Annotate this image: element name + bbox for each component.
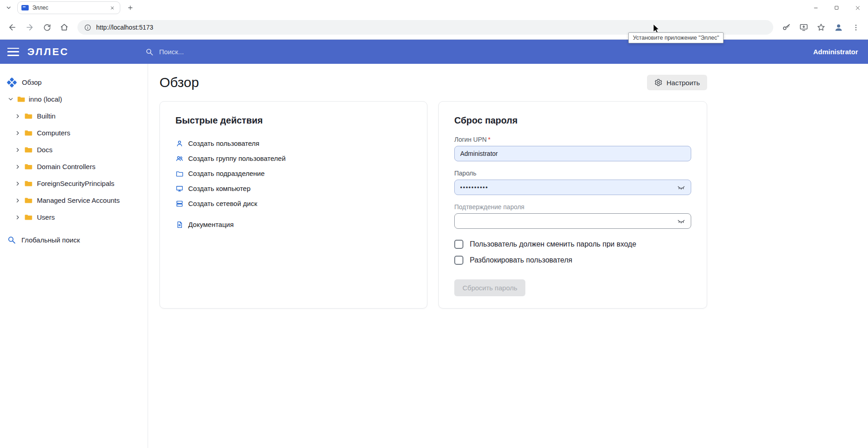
password-input[interactable]: ••••••••••	[454, 180, 691, 195]
tree-node-label: Domain Controllers	[37, 163, 95, 170]
app-logo: ЭЛЛЕС	[27, 46, 69, 58]
chevron-right-icon[interactable]	[14, 146, 22, 154]
home-button[interactable]	[56, 20, 72, 35]
eye-off-icon	[677, 183, 686, 192]
kebab-menu-icon	[852, 24, 860, 31]
page-title: Обзор	[159, 75, 199, 90]
chevron-right-icon[interactable]	[14, 129, 22, 137]
confirm-password-label: Подтверждение пароля	[454, 203, 691, 211]
chevron-down-icon	[5, 5, 12, 11]
unlock-user-option: Разблокировать пользователя	[454, 256, 691, 265]
quick-action-create-computer[interactable]: Создать компьютер	[175, 181, 411, 196]
password-label: Пароль	[454, 170, 691, 177]
tree-node-domain-controllers[interactable]: Domain Controllers	[0, 158, 148, 175]
reset-password-button[interactable]: Сбросить пароль	[454, 279, 525, 296]
window-minimize-button[interactable]	[805, 0, 826, 15]
document-icon	[175, 221, 184, 229]
profile-button[interactable]	[831, 20, 846, 35]
eye-off-icon	[677, 216, 686, 226]
menu-toggle-button[interactable]	[7, 47, 19, 57]
must-change-password-option: Пользователь должен сменить пароль при в…	[454, 240, 691, 249]
current-user-label[interactable]: Administrator	[813, 48, 861, 56]
chevron-right-icon[interactable]	[14, 180, 22, 188]
tree-node-foreign-security-principals[interactable]: ForeignSecurityPrincipals	[0, 175, 148, 192]
tree-node-computers[interactable]: Computers	[0, 124, 148, 141]
sidebar-item-label: Глобальный поиск	[21, 236, 80, 244]
forward-arrow-icon	[25, 23, 34, 32]
tree-node-label: Users	[37, 213, 55, 221]
profile-avatar-icon	[834, 23, 843, 32]
new-tab-button[interactable]	[124, 1, 137, 14]
quick-action-create-user-group[interactable]: Создать группу пользователей	[175, 151, 411, 166]
tab-close-button[interactable]	[108, 4, 116, 12]
sidebar: Обзор inno (local) Builtin Computers Doc…	[0, 64, 148, 448]
quick-action-create-network-disk[interactable]: Создать сетевой диск	[175, 196, 411, 211]
login-upn-value: Administrator	[460, 150, 498, 157]
minimize-icon	[813, 5, 819, 11]
window-maximize-button[interactable]	[826, 0, 847, 15]
main-area: Обзор Настроить Быстрые действия Создать…	[148, 64, 868, 448]
quick-action-create-user[interactable]: Создать пользователя	[175, 136, 411, 151]
password-masked-value: ••••••••••	[460, 184, 488, 191]
install-app-button[interactable]	[796, 20, 812, 35]
folder-icon	[24, 145, 33, 154]
browser-tab[interactable]: Эллес	[17, 1, 120, 14]
forward-button[interactable]	[22, 20, 37, 35]
login-upn-label: Логин UPN*	[454, 136, 691, 143]
window-controls	[805, 0, 868, 15]
tab-search-button[interactable]	[3, 2, 15, 14]
configure-button[interactable]: Настроить	[647, 75, 707, 90]
key-icon	[782, 23, 791, 32]
confirm-password-input[interactable]	[454, 213, 691, 229]
header-search-placeholder: Поиск...	[159, 48, 184, 56]
browser-menu-button[interactable]	[848, 20, 863, 35]
chevron-right-icon[interactable]	[14, 196, 22, 205]
chevron-right-icon[interactable]	[14, 163, 22, 171]
chevron-down-icon[interactable]	[6, 95, 15, 103]
search-icon	[145, 48, 154, 56]
tree-node-managed-service-accounts[interactable]: Managed Service Accounts	[0, 192, 148, 209]
toggle-confirm-visibility-button[interactable]	[675, 215, 687, 227]
window-close-button[interactable]	[847, 0, 868, 15]
quick-action-create-ou[interactable]: Создать подразделение	[175, 166, 411, 181]
must-change-password-checkbox[interactable]	[454, 240, 463, 249]
quick-actions-title: Быстрые действия	[175, 115, 411, 126]
info-icon	[84, 24, 92, 31]
close-icon	[110, 5, 115, 10]
tree-node-label: Docs	[37, 146, 52, 154]
plus-icon	[127, 5, 134, 11]
refresh-button[interactable]	[39, 20, 55, 35]
tree-node-root[interactable]: inno (local)	[0, 91, 148, 108]
back-button[interactable]	[5, 20, 20, 35]
password-reset-card: Сброс пароля Логин UPN* Administrator Па…	[438, 101, 707, 309]
bookmark-button[interactable]	[813, 20, 829, 35]
header-search-input[interactable]: Поиск...	[145, 48, 184, 56]
sidebar-item-overview[interactable]: Обзор	[0, 74, 148, 91]
toggle-password-visibility-button[interactable]	[675, 181, 687, 193]
tree-node-docs[interactable]: Docs	[0, 141, 148, 158]
tree-node-builtin[interactable]: Builtin	[0, 108, 148, 124]
sidebar-item-label: Обзор	[22, 78, 41, 86]
quick-action-label: Создать группу пользователей	[188, 154, 286, 162]
tree-node-label: Computers	[37, 129, 70, 137]
chevron-right-icon[interactable]	[14, 112, 22, 120]
browser-toolbar: http://localhost:5173	[0, 15, 868, 40]
unlock-user-checkbox[interactable]	[454, 256, 463, 265]
quick-action-documentation[interactable]: Документация	[175, 217, 411, 232]
chevron-right-icon[interactable]	[14, 213, 22, 221]
folder-icon	[24, 129, 33, 137]
login-upn-input[interactable]: Administrator	[454, 146, 691, 161]
install-app-icon	[799, 23, 808, 32]
sidebar-item-global-search[interactable]: Глобальный поиск	[0, 232, 148, 248]
browser-tab-strip: Эллес	[0, 0, 868, 15]
user-icon	[175, 139, 184, 148]
tree-node-users[interactable]: Users	[0, 209, 148, 226]
folder-icon	[24, 213, 33, 221]
site-favicon	[21, 5, 29, 10]
gear-icon	[654, 78, 663, 87]
user-group-icon	[175, 154, 184, 163]
overview-icon	[7, 78, 16, 87]
star-icon	[817, 23, 826, 32]
password-manager-button[interactable]	[779, 20, 794, 35]
tree-node-label: ForeignSecurityPrincipals	[37, 180, 114, 187]
